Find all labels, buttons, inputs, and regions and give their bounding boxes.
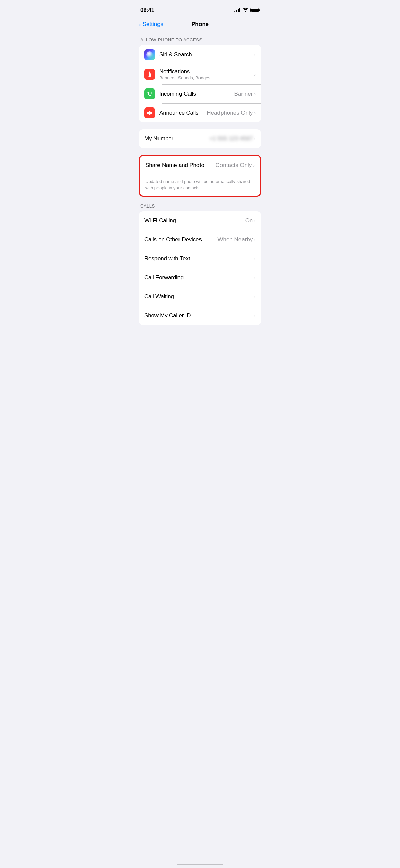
notifications-row[interactable]: Notifications Banners, Sounds, Badges › (139, 64, 261, 84)
svg-point-0 (149, 72, 150, 73)
allow-section-header: ALLOW PHONE TO ACCESS (133, 37, 267, 45)
announce-calls-row[interactable]: Announce Calls Headphones Only › (139, 103, 261, 122)
show-caller-id-row[interactable]: Show My Caller ID › (139, 306, 261, 325)
call-waiting-row[interactable]: Call Waiting › (139, 287, 261, 306)
calls-other-devices-value: When Nearby (217, 236, 253, 243)
notifications-chevron-icon: › (254, 72, 256, 77)
status-time: 09:41 (140, 7, 154, 14)
calls-section-header: CALLS (133, 203, 267, 211)
notifications-icon (144, 69, 155, 80)
my-number-row[interactable]: My Number +1 555 123 4567 › (139, 129, 261, 148)
siri-search-label: Siri & Search (159, 51, 254, 58)
announce-calls-value: Headphones Only (207, 110, 253, 116)
calls-other-devices-row[interactable]: Calls on Other Devices When Nearby › (139, 230, 261, 249)
wifi-calling-chevron-icon: › (254, 218, 256, 223)
announce-calls-label: Announce Calls (159, 110, 207, 116)
status-icons (234, 7, 260, 13)
signal-icon (234, 8, 240, 12)
share-name-photo-group: Share Name and Photo Contacts Only › Upd… (139, 155, 261, 197)
back-chevron-icon: ‹ (139, 21, 141, 28)
incoming-calls-row[interactable]: Incoming Calls Banner › (139, 84, 261, 103)
allow-section: ALLOW PHONE TO ACCESS Siri & Search › (133, 37, 267, 122)
respond-text-chevron-icon: › (254, 256, 256, 261)
wifi-icon (243, 7, 248, 13)
share-name-photo-label: Share Name and Photo (145, 162, 216, 169)
my-number-label: My Number (144, 135, 209, 142)
calls-section: CALLS Wi-Fi Calling On › Calls on Other … (133, 203, 267, 325)
nav-bar: ‹ Settings Phone (133, 18, 267, 32)
share-name-photo-value: Contacts Only (216, 162, 252, 169)
incoming-calls-value: Banner (234, 91, 253, 97)
my-number-group: My Number +1 555 123 4567 › (139, 129, 261, 148)
battery-icon (250, 8, 260, 12)
allow-settings-group: Siri & Search › Notifications (139, 45, 261, 122)
notifications-sublabel: Banners, Sounds, Badges (159, 75, 254, 80)
notifications-label: Notifications (159, 68, 254, 75)
share-section: Share Name and Photo Contacts Only › Upd… (133, 155, 267, 197)
call-waiting-label: Call Waiting (144, 293, 254, 300)
show-caller-id-label: Show My Caller ID (144, 312, 254, 319)
calls-other-devices-label: Calls on Other Devices (144, 236, 217, 243)
call-forwarding-label: Call Forwarding (144, 274, 254, 281)
settings-content: ALLOW PHONE TO ACCESS Siri & Search › (133, 32, 267, 337)
back-button[interactable]: ‹ Settings (139, 21, 163, 28)
my-number-section: My Number +1 555 123 4567 › (133, 129, 267, 148)
share-description: Updated name and photo will be automatic… (140, 175, 260, 196)
respond-text-row[interactable]: Respond with Text › (139, 249, 261, 268)
share-name-photo-chevron-icon: › (253, 163, 255, 168)
wifi-calling-row[interactable]: Wi-Fi Calling On › (139, 211, 261, 230)
incoming-calls-chevron-icon: › (254, 91, 256, 97)
my-number-value: +1 555 123 4567 (209, 135, 253, 142)
call-forwarding-row[interactable]: Call Forwarding › (139, 268, 261, 287)
respond-text-label: Respond with Text (144, 255, 254, 262)
calls-settings-group: Wi-Fi Calling On › Calls on Other Device… (139, 211, 261, 325)
show-caller-id-chevron-icon: › (254, 313, 256, 318)
wifi-calling-label: Wi-Fi Calling (144, 217, 245, 224)
siri-chevron-icon: › (254, 52, 256, 57)
announce-calls-chevron-icon: › (254, 110, 256, 116)
wifi-calling-value: On (245, 217, 253, 224)
call-waiting-chevron-icon: › (254, 294, 256, 299)
siri-icon (144, 49, 155, 60)
my-number-chevron-icon: › (254, 136, 256, 141)
incoming-calls-label: Incoming Calls (159, 91, 234, 97)
incoming-calls-icon (144, 88, 155, 99)
share-name-photo-row[interactable]: Share Name and Photo Contacts Only › (140, 156, 260, 175)
calls-other-devices-chevron-icon: › (254, 237, 256, 242)
siri-search-row[interactable]: Siri & Search › (139, 45, 261, 64)
page-title: Phone (191, 21, 208, 28)
back-label: Settings (143, 21, 163, 28)
call-forwarding-chevron-icon: › (254, 275, 256, 280)
announce-calls-icon (144, 107, 155, 118)
status-bar: 09:41 (133, 0, 267, 18)
